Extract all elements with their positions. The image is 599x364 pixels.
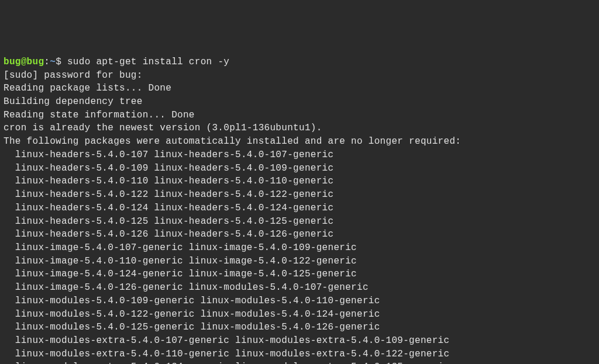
output-line: cron is already the newest version (3.0p… [4, 123, 322, 133]
package-line: linux-modules-5.4.0-125-generic linux-mo… [4, 322, 380, 332]
prompt-line: bug@bug:~$ sudo apt-get install cron -y [4, 57, 229, 67]
package-line: linux-modules-extra-5.4.0-107-generic li… [4, 335, 449, 346]
package-line: linux-image-5.4.0-110-generic linux-imag… [4, 256, 357, 266]
package-line: linux-headers-5.4.0-124 linux-headers-5.… [4, 203, 333, 213]
package-line: linux-image-5.4.0-126-generic linux-modu… [4, 282, 369, 293]
output-line: Reading package lists... Done [4, 83, 171, 93]
package-line: linux-modules-extra-5.4.0-124-generic li… [4, 362, 449, 364]
output-line: Reading state information... Done [4, 110, 195, 120]
package-line: linux-image-5.4.0-124-generic linux-imag… [4, 269, 357, 279]
output-line: Building dependency tree [4, 96, 143, 107]
package-line: linux-headers-5.4.0-122 linux-headers-5.… [4, 189, 333, 200]
package-line: linux-modules-extra-5.4.0-110-generic li… [4, 349, 449, 359]
prompt-user-host: bug@bug [4, 57, 44, 67]
package-line: linux-headers-5.4.0-110 linux-headers-5.… [4, 176, 333, 186]
package-line: linux-modules-5.4.0-109-generic linux-mo… [4, 296, 380, 306]
prompt-colon: : [44, 57, 50, 67]
command-text: sudo apt-get install cron -y [67, 57, 229, 67]
prompt-dollar: $ [56, 57, 67, 67]
package-line: linux-headers-5.4.0-125 linux-headers-5.… [4, 216, 333, 227]
package-line: linux-headers-5.4.0-109 linux-headers-5.… [4, 163, 333, 174]
terminal-output: bug@bug:~$ sudo apt-get install cron -y … [4, 56, 595, 364]
package-line: linux-headers-5.4.0-107 linux-headers-5.… [4, 150, 333, 160]
package-line: linux-image-5.4.0-107-generic linux-imag… [4, 242, 357, 253]
package-line: linux-modules-5.4.0-122-generic linux-mo… [4, 309, 380, 320]
output-line: [sudo] password for bug: [4, 70, 143, 81]
package-line: linux-headers-5.4.0-126 linux-headers-5.… [4, 229, 333, 240]
output-line: The following packages were automaticall… [4, 136, 461, 147]
prompt-path: ~ [50, 57, 56, 67]
